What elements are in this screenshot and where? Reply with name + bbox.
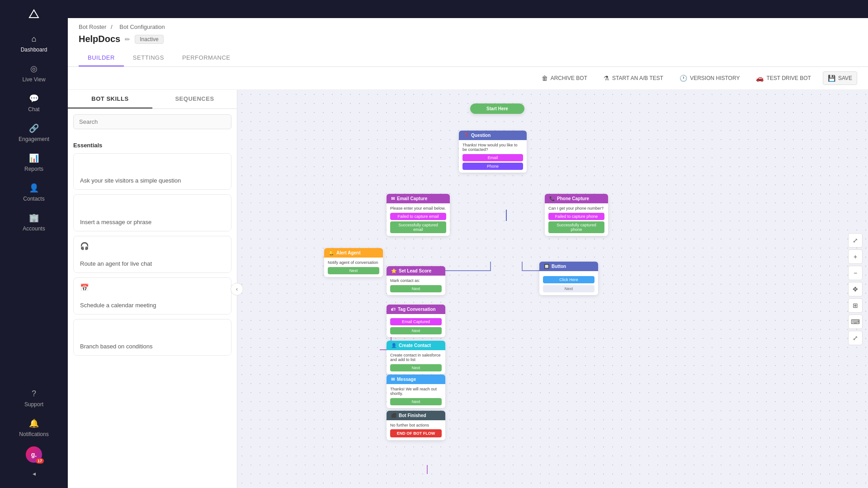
- message-skill-icon: ✉: [80, 200, 86, 209]
- archive-bot-button[interactable]: 🗑 ARCHIVE BOT: [537, 72, 592, 84]
- skill-card-calendar[interactable]: 📅 Calendar Invite Schedule a calendar me…: [73, 277, 231, 314]
- tag-next-btn[interactable]: Next: [390, 327, 442, 334]
- user-avatar-container[interactable]: g. 17: [26, 446, 42, 463]
- question-node-label: Question: [471, 133, 491, 138]
- end-bot-flow-label: END OF BOT FLOW: [390, 429, 442, 437]
- sidebar-item-contacts[interactable]: 👤 Contacts: [0, 178, 68, 207]
- skill-calendar-body: Schedule a calendar meeting: [74, 297, 231, 314]
- start-node-label: Start Here: [486, 106, 508, 111]
- message-next-btn[interactable]: Next: [390, 398, 442, 405]
- collapse-panel-button[interactable]: ‹: [231, 283, 243, 296]
- contacts-icon: 👤: [29, 183, 39, 193]
- left-navigation: ⌂ Dashboard ◎ Live View 💬 Chat 🔗 Engagem…: [0, 0, 68, 488]
- collapse-nav-button[interactable]: ◂: [29, 466, 39, 481]
- live-view-icon: ◎: [30, 64, 38, 74]
- fullscreen-button[interactable]: ⤢: [848, 331, 863, 345]
- tab-bot-skills[interactable]: BOT SKILLS: [68, 90, 152, 108]
- skill-question-body: Ask your site visitors a simple question: [74, 173, 231, 189]
- livechat-skill-icon: 🎧: [80, 242, 89, 250]
- question-btn-email[interactable]: Email: [462, 154, 523, 161]
- builder-toolbar: 🗑 ARCHIVE BOT ⚗ START AN A/B TEST 🕐 VERS…: [68, 67, 868, 90]
- button-click-btn[interactable]: Click Here: [543, 276, 594, 283]
- alert-next-btn[interactable]: Next: [328, 267, 379, 274]
- sidebar-item-label: Notifications: [19, 431, 48, 437]
- flow-node-alert-agent[interactable]: 🔔 Alert Agent Notify agent of conversati…: [324, 248, 383, 277]
- flow-node-set-lead-score[interactable]: ⭐ Set Lead Score Mark contact as: Next: [387, 266, 445, 295]
- zoom-out-button[interactable]: −: [848, 266, 863, 280]
- page-header: Bot Roster / Bot Configuration HelpDocs …: [68, 18, 868, 67]
- engagement-icon: 🔗: [29, 123, 39, 133]
- flow-node-message[interactable]: ✉ Message Thanks! We will reach out shor…: [387, 375, 445, 408]
- question-node-text: Thanks! How would you like to be contact…: [462, 143, 523, 152]
- sidebar-item-label: Live View: [22, 76, 45, 83]
- skill-calendar-header: 📅 Calendar Invite: [74, 278, 231, 297]
- ab-test-button[interactable]: ⚗ START AN A/B TEST: [599, 72, 668, 84]
- skill-card-question[interactable]: ? Question Ask your site visitors a simp…: [73, 153, 231, 190]
- conditional-skill-icon: ⑂: [80, 325, 85, 333]
- sidebar-item-dashboard[interactable]: ⌂ Dashboard: [0, 29, 68, 58]
- test-drive-button[interactable]: 🚗 TEST DRIVE BOT: [751, 72, 815, 84]
- sidebar-item-notifications[interactable]: 🔔 Notifications: [0, 413, 68, 443]
- sidebar-item-support[interactable]: ? Support: [0, 384, 68, 413]
- phone-success-btn[interactable]: Successfully captured phone: [548, 221, 604, 233]
- test-drive-icon: 🚗: [756, 75, 764, 82]
- grid-button[interactable]: ⊞: [848, 298, 863, 313]
- app-logo: [0, 0, 68, 29]
- flow-node-question[interactable]: ❓ Question Thanks! How would you like to…: [459, 131, 527, 173]
- flow-canvas-area[interactable]: Start Here ❓ Question Thanks! How would …: [237, 90, 868, 488]
- email-failed-btn[interactable]: Failed to capture email: [390, 213, 446, 220]
- save-button[interactable]: 💾 SAVE: [823, 71, 857, 85]
- sidebar-item-live-view[interactable]: ◎ Live View: [0, 58, 68, 88]
- skill-card-conditional[interactable]: ⑂ Conditional Branching Branch based on …: [73, 319, 231, 356]
- email-success-btn[interactable]: Successfully captured email: [390, 221, 446, 233]
- flow-node-tag-conversation[interactable]: 🏷 Tag Conversation Email Captured Next: [387, 305, 445, 337]
- sidebar-item-chat[interactable]: 💬 Chat: [0, 88, 68, 118]
- keyboard-button[interactable]: ⌨: [848, 314, 863, 329]
- version-history-button[interactable]: 🕐 VERSION HISTORY: [675, 72, 744, 84]
- skill-card-message[interactable]: ✉ Message Insert a message or phrase: [73, 194, 231, 231]
- sidebar-item-reports[interactable]: 📊 Reports: [0, 148, 68, 178]
- button-node-label: Button: [552, 264, 566, 269]
- bell-icon: 🔔: [29, 418, 39, 428]
- archive-icon: 🗑: [542, 75, 548, 82]
- zoom-in-button[interactable]: +: [848, 249, 863, 264]
- breadcrumb-parent[interactable]: Bot Roster: [79, 23, 106, 30]
- fit-canvas-button[interactable]: ⤢: [848, 233, 863, 248]
- tab-sequences[interactable]: SEQUENCES: [152, 90, 237, 108]
- move-canvas-button[interactable]: ✥: [848, 282, 863, 296]
- panel-search-container: [68, 109, 237, 135]
- bot-finished-node-label: Bot Finished: [399, 413, 426, 418]
- question-skill-icon: ?: [80, 159, 85, 167]
- set-lead-next-btn[interactable]: Next: [390, 285, 442, 292]
- sidebar-item-accounts[interactable]: 🏢 Accounts: [0, 207, 68, 237]
- flow-node-phone-capture[interactable]: 📞 Phone Capture Can I get your phone num…: [545, 194, 608, 236]
- flow-node-email-capture[interactable]: ✉ Email Capture Please enter your email …: [387, 194, 450, 236]
- tab-performance[interactable]: PERFORMANCE: [173, 50, 240, 66]
- header-tabs: BUILDER SETTINGS PERFORMANCE: [79, 50, 857, 66]
- panel-content: Essentials ? Question Ask your site visi…: [68, 135, 237, 488]
- support-icon: ?: [32, 389, 36, 399]
- sidebar-item-label: Chat: [28, 106, 39, 113]
- flow-node-start[interactable]: Start Here: [470, 103, 524, 114]
- sidebar-item-label: Reports: [24, 166, 43, 172]
- skill-card-live-chat[interactable]: 🎧 Live Chat Route an agent for live chat: [73, 236, 231, 273]
- left-panel: BOT SKILLS SEQUENCES Essentials ? Questi…: [68, 90, 237, 488]
- search-input[interactable]: [73, 114, 231, 129]
- skill-message-body: Insert a message or phrase: [74, 214, 231, 231]
- calendar-skill-icon: 📅: [80, 283, 89, 292]
- status-badge: Inactive: [135, 35, 163, 44]
- dashboard-icon: ⌂: [32, 34, 37, 44]
- tab-builder[interactable]: BUILDER: [79, 50, 124, 66]
- notification-badge: 17: [36, 458, 44, 464]
- flow-node-bot-finished[interactable]: ⬛ Bot Finished No further bot actions EN…: [387, 411, 445, 440]
- flow-node-create-contact[interactable]: 👤 Create Contact Create contact in sales…: [387, 341, 445, 374]
- question-btn-phone[interactable]: Phone: [462, 163, 523, 170]
- flow-node-button[interactable]: 🔲 Button Click Here Next: [539, 262, 598, 295]
- sidebar-item-label: Engagement: [19, 136, 49, 142]
- edit-title-icon[interactable]: ✏: [125, 36, 130, 43]
- phone-failed-btn[interactable]: Failed to capture phone: [548, 213, 604, 220]
- tab-settings[interactable]: SETTINGS: [124, 50, 173, 66]
- avatar-initial: g.: [31, 451, 37, 458]
- sidebar-item-engagement[interactable]: 🔗 Engagement: [0, 118, 68, 148]
- create-contact-next-btn[interactable]: Next: [390, 364, 442, 371]
